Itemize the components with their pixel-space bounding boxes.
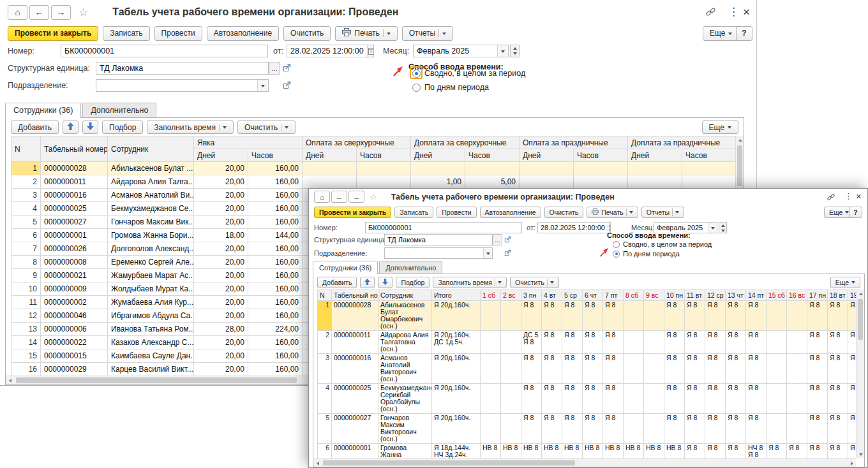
table-row[interactable]: 20000000011Айдарова Алия Талга...20,0016… [11,175,736,189]
day-cell[interactable]: Я 8 [685,384,705,414]
row-number-cell[interactable]: 7 [11,242,41,256]
day-cell[interactable]: Я 8 [562,414,583,444]
unit-field[interactable]: ТД Лакомка [384,234,493,245]
employee-name-cell[interactable]: Иванова Татьяна Ром... [108,323,194,336]
table-row[interactable]: 30000000016Асманов Анатолий Викторович (… [318,354,857,384]
write-button[interactable]: Записать [394,207,433,218]
value-cell[interactable]: 20,00 [194,256,248,269]
close-icon[interactable]: × [743,6,750,18]
day-cell[interactable]: Я 8 [583,384,603,414]
column-subheader[interactable]: Часов [574,149,628,162]
department-field[interactable] [96,79,269,92]
row-number-cell[interactable]: 5 [318,414,332,444]
day-cell[interactable]: Я 8 [542,301,562,331]
day-cell[interactable] [787,414,807,444]
day-cell[interactable]: Я 8 [848,301,857,331]
forward-button[interactable]: → [51,5,71,20]
value-cell[interactable]: 160,00 [248,309,303,323]
employee-id-cell[interactable]: 0000000026 [41,242,108,256]
value-cell[interactable]: 20,00 [194,349,248,363]
employee-id-cell[interactable]: 0000000028 [332,301,378,331]
column-subheader[interactable]: Дней [411,149,465,162]
day-cell[interactable]: Я 8 [828,354,848,384]
day-column-header[interactable]: 10 пн [664,290,685,301]
day-column-header[interactable]: 14 пт [746,290,767,301]
employee-name-cell[interactable]: Громова Жанна Бори... [108,229,194,242]
employee-name-cell[interactable]: Жумабаева Алия Кур... [108,296,194,309]
value-cell[interactable]: 160,00 [248,256,303,269]
employee-id-cell[interactable]: 0000000029 [41,363,108,376]
day-cell[interactable]: Я 8 [807,444,828,459]
day-cell[interactable]: Я 8 [726,444,746,459]
row-number-cell[interactable]: 6 [318,444,332,459]
day-cell[interactable] [767,331,787,354]
day-column-header[interactable]: 8 сб [624,290,644,301]
value-cell[interactable]: 160,00 [248,175,303,189]
day-cell[interactable]: Я 8 [828,301,848,331]
value-cell[interactable] [682,162,735,175]
column-group-header[interactable]: Доплата за праздничные [628,136,735,149]
scrollbar-thumb[interactable] [16,377,297,383]
day-cell[interactable]: Я 8 [726,384,746,414]
reports-button[interactable]: Отчеты [641,207,684,218]
employee-name-cell[interactable]: Айдарова Алия Талгатовна (осн.) [378,331,432,354]
link-icon[interactable] [827,193,835,203]
day-column-header[interactable]: 15 сб [767,290,787,301]
day-cell[interactable]: НВ 8 [521,444,542,459]
more-button[interactable]: Еще [703,26,739,41]
day-cell[interactable] [624,354,644,384]
column-header[interactable]: Сотрудник [108,136,194,162]
value-cell[interactable]: 20,00 [194,216,248,229]
day-cell[interactable]: Я 8 [542,354,562,384]
day-column-header[interactable]: 2 вс [501,290,521,301]
total-cell[interactable]: Я 20д.160ч. ДС 1д.5ч. [432,331,481,354]
day-cell[interactable]: Я 8 [521,414,542,444]
row-number-cell[interactable]: 2 [11,175,41,189]
day-cell[interactable] [644,354,664,384]
day-cell[interactable] [501,414,521,444]
tab-additional[interactable]: Дополнительно [82,103,156,117]
scroll-left-icon[interactable] [6,376,14,384]
clear-button[interactable]: Очистить [283,26,331,41]
value-cell[interactable] [303,162,357,175]
department-field[interactable] [384,247,493,259]
day-cell[interactable]: Я 8 [685,331,705,354]
employee-name-cell[interactable]: Казаков Александр С... [108,336,194,349]
more-menu-icon[interactable]: ⋮ [728,6,739,17]
close-icon[interactable]: × [856,191,862,201]
day-column-header[interactable]: 4 вт [542,290,562,301]
value-cell[interactable]: 160,00 [248,296,303,309]
employee-name-cell[interactable]: Еременко Сергей Але... [108,256,194,269]
mode-option-by-days[interactable]: По дням периода [412,83,489,92]
value-cell[interactable]: 20,00 [194,189,248,202]
grid-clear-button[interactable]: Очистить [510,277,559,288]
move-up-button[interactable] [360,277,375,288]
day-cell[interactable]: Я 8 [685,354,705,384]
value-cell[interactable] [574,162,628,175]
add-row-button[interactable]: Добавить [11,121,59,134]
open-icon[interactable] [283,81,291,89]
value-cell[interactable]: 1,00 [411,175,465,189]
day-cell[interactable]: НВ 8 [501,444,521,459]
value-cell[interactable]: 224,00 [248,323,303,336]
scroll-up-icon[interactable] [736,136,744,144]
mode-option-summary[interactable]: Сводно, в целом за период [613,240,712,248]
day-cell[interactable] [501,384,521,414]
employee-id-cell[interactable]: 0000000008 [41,256,108,269]
fill-time-button[interactable]: Заполнить время [433,277,507,288]
day-cell[interactable]: Я 8 [583,301,603,331]
value-cell[interactable]: 160,00 [248,216,303,229]
row-number-cell[interactable]: 1 [11,162,41,175]
day-cell[interactable]: Я 8 [562,384,583,414]
employee-id-cell[interactable]: 0000000015 [41,349,108,363]
day-cell[interactable]: Я 8 [807,301,828,331]
day-column-header[interactable]: 6 чт [583,290,603,301]
date-field[interactable]: 28.02.2025 12:00:00 [287,45,374,57]
day-cell[interactable]: Я 8 [521,354,542,384]
month-dropdown-button[interactable] [708,223,717,233]
day-cell[interactable]: Я 8 [807,354,828,384]
day-cell[interactable] [787,301,807,331]
value-cell[interactable]: 20,00 [194,296,248,309]
unit-select-button[interactable]: ... [493,234,502,245]
employee-name-cell[interactable]: Гончаров Максим Викторович (осн.) [378,414,432,444]
